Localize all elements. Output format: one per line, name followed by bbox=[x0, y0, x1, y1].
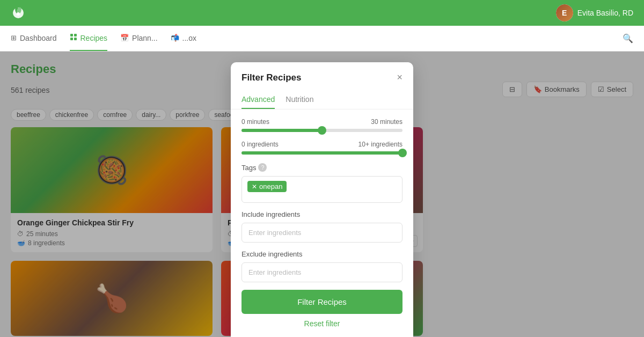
search-button[interactable]: 🔍 bbox=[623, 33, 633, 43]
tag-remove-icon[interactable]: ✕ bbox=[252, 183, 257, 191]
time-range-fill bbox=[241, 129, 322, 132]
tab-advanced[interactable]: Advanced bbox=[241, 91, 275, 109]
help-icon[interactable]: ? bbox=[258, 163, 267, 172]
include-ingredients-input[interactable] bbox=[241, 223, 402, 243]
svg-rect-6 bbox=[70, 38, 73, 40]
nav-planning-label: Plann... bbox=[132, 34, 157, 42]
tag-onepan[interactable]: ✕ onepan bbox=[247, 181, 287, 192]
main-content: Recipes 561 recipes ⊟ 🔖 Bookmarks ☑ Sele… bbox=[0, 52, 644, 337]
svg-point-3 bbox=[17, 12, 20, 16]
tag-label: onepan bbox=[259, 182, 282, 191]
tags-label: Tags ? bbox=[241, 163, 402, 172]
filter-modal: Filter Recipes × Advanced Nutrition 0 mi… bbox=[231, 62, 413, 337]
reset-filter-link[interactable]: Reset filter bbox=[241, 319, 402, 328]
nav-recipes-label: Recipes bbox=[80, 34, 108, 42]
nav-planning[interactable]: 📅 Plann... bbox=[120, 26, 157, 51]
inbox-icon: 📬 bbox=[171, 34, 179, 42]
nav-dashboard-label: Dashboard bbox=[20, 34, 57, 42]
user-profile[interactable]: E Evita Basilio, RD bbox=[556, 4, 633, 21]
time-min-label: 0 minutes bbox=[241, 118, 269, 126]
ingredients-range-thumb[interactable] bbox=[398, 149, 407, 157]
include-ingredients-label: Include ingredients bbox=[241, 210, 402, 218]
nav-dashboard[interactable]: ⊞ Dashboard bbox=[11, 26, 57, 51]
time-range-labels: 0 minutes 30 minutes bbox=[241, 118, 402, 126]
svg-rect-4 bbox=[70, 34, 73, 36]
ingredients-range-labels: 0 ingredients 10+ ingredients bbox=[241, 141, 402, 148]
svg-rect-7 bbox=[74, 38, 77, 40]
filter-recipes-button[interactable]: Filter Recipes bbox=[241, 290, 402, 314]
nav-recipes[interactable]: Recipes bbox=[70, 26, 108, 51]
time-max-label: 30 minutes bbox=[371, 118, 402, 126]
modal-header: Filter Recipes × bbox=[231, 62, 413, 83]
exclude-ingredients-label: Exclude ingredients bbox=[241, 250, 402, 258]
ingredients-range: 0 ingredients 10+ ingredients bbox=[241, 141, 402, 155]
modal-body: 0 minutes 30 minutes 0 ingredients 10+ i… bbox=[231, 109, 413, 337]
modal-close-button[interactable]: × bbox=[397, 72, 402, 83]
user-name: Evita Basilio, RD bbox=[577, 9, 633, 17]
svg-rect-5 bbox=[74, 34, 77, 36]
avatar: E bbox=[556, 4, 573, 21]
modal-tabs: Advanced Nutrition bbox=[231, 91, 413, 109]
grid-icon: ⊞ bbox=[11, 34, 17, 42]
exclude-ingredients-input[interactable] bbox=[241, 262, 402, 282]
time-range: 0 minutes 30 minutes bbox=[241, 118, 402, 132]
modal-overlay: Filter Recipes × Advanced Nutrition 0 mi… bbox=[0, 52, 644, 337]
search-icon: 🔍 bbox=[623, 34, 633, 43]
app-logo bbox=[11, 5, 26, 20]
ingredients-min-label: 0 ingredients bbox=[241, 141, 279, 148]
app-header: E Evita Basilio, RD bbox=[0, 0, 644, 26]
nav-inbox-label: ...ox bbox=[182, 34, 196, 42]
ingredients-range-fill bbox=[241, 151, 402, 155]
time-range-track[interactable] bbox=[241, 129, 402, 132]
ingredients-range-track[interactable] bbox=[241, 151, 402, 155]
ingredients-max-label: 10+ ingredients bbox=[358, 141, 402, 148]
main-nav: ⊞ Dashboard Recipes 📅 Plann... 📬 ...ox 🔍 bbox=[0, 26, 644, 52]
modal-title: Filter Recipes bbox=[241, 72, 302, 83]
nav-inbox[interactable]: 📬 ...ox bbox=[171, 26, 196, 51]
tags-box[interactable]: ✕ onepan bbox=[241, 176, 402, 203]
tab-nutrition[interactable]: Nutrition bbox=[286, 91, 313, 109]
time-range-thumb[interactable] bbox=[318, 126, 326, 135]
recipe-icon bbox=[70, 33, 77, 42]
calendar-icon: 📅 bbox=[120, 34, 129, 42]
